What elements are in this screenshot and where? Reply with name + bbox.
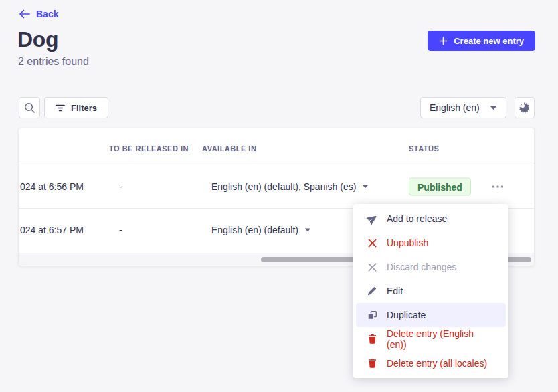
menu-item-label: Delete entry (English (en))	[387, 328, 495, 350]
menu-item-label: Unpublish	[387, 237, 428, 248]
cell-available-in: English (en) (default)	[211, 225, 311, 235]
menu-item-unpublish[interactable]: Unpublish	[356, 231, 506, 255]
cell-available-in: English (en) (default), Spanish (es)	[211, 181, 369, 192]
locale-selected-value: English (en)	[430, 102, 480, 113]
content-manager-page: Back Dog 2 entries found Create new entr…	[0, 0, 558, 392]
back-label: Back	[36, 9, 58, 19]
duplicate-icon	[367, 310, 377, 320]
search-icon	[24, 102, 35, 114]
status-badge: Published	[409, 178, 471, 196]
filters-label: Filters	[71, 103, 97, 113]
gear-icon	[519, 102, 530, 113]
pencil-icon	[367, 286, 377, 296]
menu-item-edit[interactable]: Edit	[356, 279, 506, 303]
menu-item-label: Duplicate	[387, 310, 426, 320]
back-link[interactable]: Back	[19, 9, 58, 19]
menu-item-add-to-release[interactable]: Add to release	[356, 207, 506, 231]
entries-count: 2 entries found	[18, 56, 89, 68]
trash-icon	[367, 334, 377, 345]
settings-button[interactable]	[515, 97, 535, 118]
menu-item-label: Add to release	[387, 213, 447, 224]
cell-updated: 024 at 6:56 PM	[20, 181, 84, 192]
column-header-to-be-released-in[interactable]: TO BE RELEASED IN	[109, 144, 189, 153]
filter-icon	[56, 104, 65, 112]
chevron-down-icon[interactable]	[304, 228, 311, 232]
chevron-down-icon	[490, 106, 497, 110]
row-actions-menu: Add to release Unpublish Discard changes…	[353, 204, 508, 378]
create-new-entry-label: Create new entry	[454, 36, 524, 46]
available-in-value: English (en) (default)	[211, 225, 298, 235]
menu-item-label: Delete entry (all locales)	[387, 358, 487, 369]
column-header-status[interactable]: STATUS	[409, 144, 439, 153]
menu-item-label: Edit	[387, 286, 403, 296]
plus-icon	[439, 37, 448, 45]
back-arrow-icon	[19, 9, 30, 19]
table-row[interactable]: 024 at 6:56 PM - English (en) (default),…	[19, 165, 534, 209]
available-in-value: English (en) (default), Spanish (es)	[211, 181, 356, 192]
menu-item-duplicate[interactable]: Duplicate	[356, 303, 506, 327]
filters-button[interactable]: Filters	[44, 97, 108, 118]
menu-item-delete-entry-all-locales[interactable]: Delete entry (all locales)	[356, 351, 506, 375]
menu-item-label: Discard changes	[387, 262, 456, 272]
table-header-row: TO BE RELEASED IN AVAILABLE IN STATUS	[19, 128, 534, 165]
cell-to-be-released-in: -	[119, 225, 122, 235]
cross-icon	[367, 237, 377, 248]
row-actions-button[interactable]	[487, 177, 508, 196]
cell-updated: 024 at 6:57 PM	[20, 225, 84, 235]
column-header-available-in[interactable]: AVAILABLE IN	[202, 144, 256, 153]
page-title: Dog	[17, 27, 58, 52]
create-new-entry-button[interactable]: Create new entry	[428, 31, 535, 51]
chevron-down-icon[interactable]	[362, 185, 369, 189]
cell-to-be-released-in: -	[119, 181, 122, 192]
paper-plane-icon	[367, 213, 377, 224]
search-button[interactable]	[19, 97, 40, 118]
locale-select[interactable]: English (en)	[420, 97, 506, 118]
ellipsis-icon	[492, 185, 503, 188]
trash-icon	[367, 358, 377, 369]
menu-item-discard-changes[interactable]: Discard changes	[356, 255, 506, 279]
cross-icon	[367, 262, 377, 272]
menu-item-delete-entry-locale[interactable]: Delete entry (English (en))	[356, 327, 506, 351]
